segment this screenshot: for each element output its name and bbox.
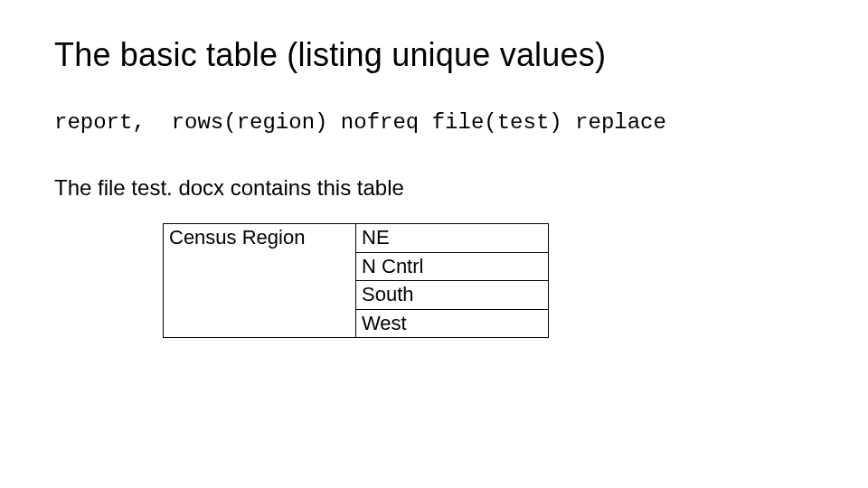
table-value-cell: South <box>356 281 549 310</box>
table-value-cell: N Cntrl <box>356 252 549 281</box>
table-value-cell: NE <box>356 224 549 253</box>
code-command: report, rows(region) nofreq file(test) r… <box>54 110 814 135</box>
table-value-cell: West <box>356 309 549 338</box>
table-header-cell: Census Region <box>164 224 356 338</box>
census-table: Census Region NE N Cntrl South West <box>163 223 549 338</box>
table-container: Census Region NE N Cntrl South West <box>163 223 814 338</box>
table-row: Census Region NE <box>164 224 549 253</box>
slide-content: The basic table (listing unique values) … <box>0 0 868 338</box>
body-description: The file test. docx contains this table <box>54 175 814 201</box>
slide-title: The basic table (listing unique values) <box>54 36 814 74</box>
